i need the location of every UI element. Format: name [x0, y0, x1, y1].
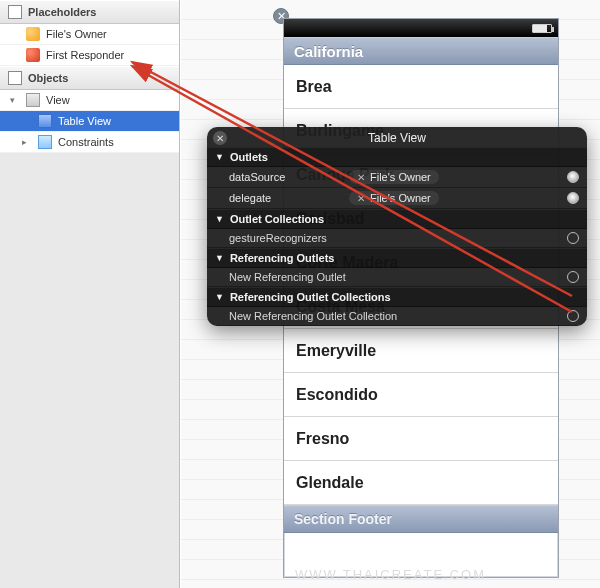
referencing-outlets-label: Referencing Outlets — [230, 252, 335, 264]
placeholder-files-owner[interactable]: File's Owner — [0, 24, 179, 45]
connection-port-icon[interactable] — [567, 232, 579, 244]
files-owner-label: File's Owner — [46, 28, 107, 40]
placeholders-list: File's Owner First Responder — [0, 24, 179, 66]
status-bar — [284, 19, 558, 37]
connection-port-icon[interactable] — [567, 271, 579, 283]
table-row[interactable]: Emeryville — [284, 329, 558, 373]
disconnect-icon[interactable]: ✕ — [357, 193, 365, 204]
outlet-collections-label: Outlet Collections — [230, 213, 324, 225]
first-responder-label: First Responder — [46, 49, 124, 61]
outlet-connection[interactable]: ✕ File's Owner — [349, 170, 439, 184]
disconnect-icon[interactable]: ✕ — [357, 172, 365, 183]
constraints-label: Constraints — [58, 136, 114, 148]
new-ref-outlet-row[interactable]: New Referencing Outlet — [207, 268, 587, 287]
table-row[interactable]: Fresno — [284, 417, 558, 461]
section-header-text: California — [294, 43, 363, 60]
chevron-down-icon: ▼ — [215, 214, 224, 224]
object-view[interactable]: ▾ View — [0, 90, 179, 111]
chevron-down-icon: ▼ — [215, 152, 224, 162]
objects-title: Objects — [28, 72, 68, 84]
outlet-name: dataSource — [229, 171, 349, 183]
connection-target: File's Owner — [370, 171, 431, 183]
close-icon[interactable]: ✕ — [213, 131, 227, 145]
connection-target: File's Owner — [370, 192, 431, 204]
object-constraints[interactable]: ▸ Constraints — [0, 132, 179, 153]
table-row[interactable]: Brea — [284, 65, 558, 109]
outlet-connection[interactable]: ✕ File's Owner — [349, 191, 439, 205]
outlets-section-header[interactable]: ▼ Outlets — [207, 147, 587, 167]
connections-panel[interactable]: ✕ Table View ▼ Outlets dataSource ✕ File… — [207, 127, 587, 326]
objects-list: ▾ View Table View ▸ Constraints — [0, 90, 179, 153]
connection-port-icon[interactable] — [567, 171, 579, 183]
referencing-outlets-header[interactable]: ▼ Referencing Outlets — [207, 248, 587, 268]
outlet-name: delegate — [229, 192, 349, 204]
chevron-down-icon: ▼ — [215, 253, 224, 263]
section-footer-text: Section Footer — [294, 511, 392, 527]
connections-title: Table View — [368, 131, 426, 145]
watermark-text: WWW.THAICREATE.COM — [295, 567, 486, 582]
connection-port-icon[interactable] — [567, 192, 579, 204]
document-outline: Placeholders File's Owner First Responde… — [0, 0, 180, 588]
object-table-view[interactable]: Table View — [0, 111, 179, 132]
table-section-header: California — [284, 37, 558, 65]
outlet-datasource-row[interactable]: dataSource ✕ File's Owner — [207, 167, 587, 188]
constraints-icon — [38, 135, 52, 149]
canvas[interactable]: ✕ California Brea Burlingame Canoga Park… — [181, 0, 600, 588]
new-ref-outlet-collection-row[interactable]: New Referencing Outlet Collection — [207, 307, 587, 326]
row-name: gestureRecognizers — [229, 232, 349, 244]
cube-icon — [8, 71, 22, 85]
connections-title-bar[interactable]: ✕ Table View — [207, 127, 587, 147]
table-view-label: Table View — [58, 115, 111, 127]
chevron-down-icon: ▼ — [215, 292, 224, 302]
outlet-delegate-row[interactable]: delegate ✕ File's Owner — [207, 188, 587, 209]
cube-icon — [8, 5, 22, 19]
placeholders-title: Placeholders — [28, 6, 96, 18]
row-name: New Referencing Outlet Collection — [229, 310, 567, 322]
outlets-label: Outlets — [230, 151, 268, 163]
view-icon — [26, 93, 40, 107]
table-view-icon — [38, 114, 52, 128]
placeholders-header: Placeholders — [0, 0, 179, 24]
referencing-outlet-collections-label: Referencing Outlet Collections — [230, 291, 391, 303]
table-row[interactable]: Glendale — [284, 461, 558, 505]
view-label: View — [46, 94, 70, 106]
connection-port-icon[interactable] — [567, 310, 579, 322]
placeholder-first-responder[interactable]: First Responder — [0, 45, 179, 66]
first-responder-icon — [26, 48, 40, 62]
files-owner-icon — [26, 27, 40, 41]
gesture-recognizers-row[interactable]: gestureRecognizers — [207, 229, 587, 248]
disclosure-triangle-icon[interactable]: ▾ — [10, 95, 20, 105]
disclosure-triangle-icon[interactable]: ▸ — [22, 137, 32, 147]
row-name: New Referencing Outlet — [229, 271, 567, 283]
referencing-outlet-collections-header[interactable]: ▼ Referencing Outlet Collections — [207, 287, 587, 307]
outlet-collections-header[interactable]: ▼ Outlet Collections — [207, 209, 587, 229]
objects-header: Objects — [0, 66, 179, 90]
battery-icon — [532, 24, 552, 33]
table-section-footer: Section Footer — [284, 505, 558, 533]
table-row[interactable]: Escondido — [284, 373, 558, 417]
